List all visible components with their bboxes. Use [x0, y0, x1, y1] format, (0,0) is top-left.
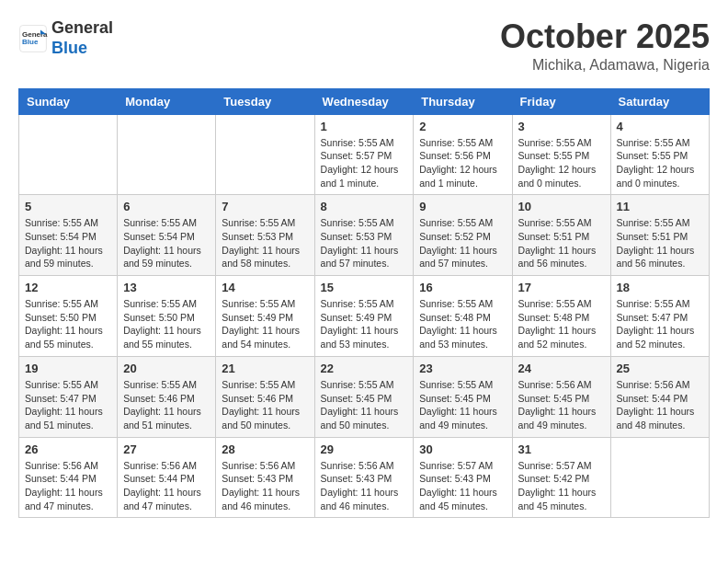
day-number: 14 — [222, 281, 308, 294]
day-info: Sunrise: 5:56 AMSunset: 5:44 PMDaylight:… — [25, 459, 111, 513]
day-info: Sunrise: 5:55 AMSunset: 5:56 PMDaylight:… — [419, 136, 506, 190]
calendar-cell — [118, 114, 216, 195]
day-info: Sunrise: 5:55 AMSunset: 5:50 PMDaylight:… — [25, 297, 111, 351]
day-number: 25 — [617, 362, 703, 375]
day-number: 30 — [419, 442, 506, 456]
calendar-cell: 8Sunrise: 5:55 AMSunset: 5:53 PMDaylight… — [314, 195, 414, 276]
day-info: Sunrise: 5:55 AMSunset: 5:48 PMDaylight:… — [518, 297, 605, 351]
day-number: 27 — [123, 442, 210, 456]
day-number: 21 — [222, 362, 308, 375]
calendar-cell: 31Sunrise: 5:57 AMSunset: 5:42 PMDayligh… — [512, 437, 610, 518]
column-header-monday: Monday — [118, 88, 216, 114]
svg-text:Blue: Blue — [22, 38, 39, 46]
day-info: Sunrise: 5:55 AMSunset: 5:46 PMDaylight:… — [222, 378, 308, 432]
calendar-cell: 6Sunrise: 5:55 AMSunset: 5:54 PMDaylight… — [118, 195, 216, 276]
day-number: 20 — [123, 362, 210, 375]
calendar-cell: 2Sunrise: 5:55 AMSunset: 5:56 PMDaylight… — [414, 114, 512, 195]
day-info: Sunrise: 5:55 AMSunset: 5:55 PMDaylight:… — [617, 136, 703, 190]
column-header-sunday: Sunday — [19, 88, 118, 114]
day-info: Sunrise: 5:55 AMSunset: 5:48 PMDaylight:… — [419, 297, 506, 351]
day-info: Sunrise: 5:56 AMSunset: 5:44 PMDaylight:… — [123, 459, 210, 513]
title-block: October 2025 Michika, Adamawa, Nigeria — [500, 18, 710, 74]
calendar-cell: 29Sunrise: 5:56 AMSunset: 5:43 PMDayligh… — [314, 437, 414, 518]
calendar-cell: 26Sunrise: 5:56 AMSunset: 5:44 PMDayligh… — [19, 437, 118, 518]
day-number: 7 — [222, 200, 308, 213]
calendar-cell: 7Sunrise: 5:55 AMSunset: 5:53 PMDaylight… — [216, 195, 314, 276]
day-info: Sunrise: 5:55 AMSunset: 5:45 PMDaylight:… — [321, 378, 408, 432]
calendar-cell: 30Sunrise: 5:57 AMSunset: 5:43 PMDayligh… — [414, 437, 512, 518]
calendar-week-5: 26Sunrise: 5:56 AMSunset: 5:44 PMDayligh… — [19, 437, 710, 518]
calendar-cell: 11Sunrise: 5:55 AMSunset: 5:51 PMDayligh… — [610, 195, 709, 276]
day-number: 3 — [518, 120, 605, 133]
day-number: 15 — [321, 281, 408, 294]
month-title: October 2025 — [500, 18, 710, 55]
calendar-cell: 21Sunrise: 5:55 AMSunset: 5:46 PMDayligh… — [216, 356, 314, 437]
day-info: Sunrise: 5:55 AMSunset: 5:49 PMDaylight:… — [222, 297, 308, 351]
day-number: 13 — [123, 281, 210, 294]
logo: General Blue General Blue — [18, 18, 113, 58]
page-header: General Blue General Blue October 2025 M… — [18, 18, 710, 74]
calendar-week-1: 1Sunrise: 5:55 AMSunset: 5:57 PMDaylight… — [19, 114, 710, 195]
calendar-cell — [216, 114, 314, 195]
day-number: 28 — [222, 442, 308, 456]
day-info: Sunrise: 5:55 AMSunset: 5:50 PMDaylight:… — [123, 297, 210, 351]
calendar-cell: 13Sunrise: 5:55 AMSunset: 5:50 PMDayligh… — [118, 276, 216, 357]
day-number: 9 — [419, 200, 506, 213]
day-info: Sunrise: 5:55 AMSunset: 5:57 PMDaylight:… — [321, 136, 408, 190]
day-info: Sunrise: 5:56 AMSunset: 5:45 PMDaylight:… — [518, 378, 605, 432]
calendar-cell: 3Sunrise: 5:55 AMSunset: 5:55 PMDaylight… — [512, 114, 610, 195]
calendar-cell: 27Sunrise: 5:56 AMSunset: 5:44 PMDayligh… — [118, 437, 216, 518]
calendar-cell: 15Sunrise: 5:55 AMSunset: 5:49 PMDayligh… — [314, 276, 414, 357]
column-header-friday: Friday — [512, 88, 610, 114]
day-info: Sunrise: 5:57 AMSunset: 5:42 PMDaylight:… — [518, 459, 605, 513]
day-info: Sunrise: 5:55 AMSunset: 5:53 PMDaylight:… — [321, 216, 408, 270]
day-number: 17 — [518, 281, 605, 294]
calendar-cell — [19, 114, 118, 195]
day-info: Sunrise: 5:57 AMSunset: 5:43 PMDaylight:… — [419, 459, 506, 513]
calendar-cell: 17Sunrise: 5:55 AMSunset: 5:48 PMDayligh… — [512, 276, 610, 357]
calendar-cell: 23Sunrise: 5:55 AMSunset: 5:45 PMDayligh… — [414, 356, 512, 437]
column-header-thursday: Thursday — [414, 88, 512, 114]
calendar-cell: 19Sunrise: 5:55 AMSunset: 5:47 PMDayligh… — [19, 356, 118, 437]
day-number: 10 — [518, 200, 605, 213]
day-number: 1 — [321, 120, 408, 133]
logo-icon: General Blue — [18, 24, 48, 53]
calendar-cell: 4Sunrise: 5:55 AMSunset: 5:55 PMDaylight… — [610, 114, 709, 195]
calendar-cell: 24Sunrise: 5:56 AMSunset: 5:45 PMDayligh… — [512, 356, 610, 437]
day-info: Sunrise: 5:55 AMSunset: 5:51 PMDaylight:… — [518, 216, 605, 270]
calendar-week-3: 12Sunrise: 5:55 AMSunset: 5:50 PMDayligh… — [19, 276, 710, 357]
calendar-cell: 10Sunrise: 5:55 AMSunset: 5:51 PMDayligh… — [512, 195, 610, 276]
column-header-tuesday: Tuesday — [216, 88, 314, 114]
day-info: Sunrise: 5:55 AMSunset: 5:47 PMDaylight:… — [617, 297, 703, 351]
location: Michika, Adamawa, Nigeria — [500, 57, 710, 74]
day-number: 6 — [123, 200, 210, 213]
calendar-table: SundayMondayTuesdayWednesdayThursdayFrid… — [18, 88, 710, 519]
calendar-cell: 16Sunrise: 5:55 AMSunset: 5:48 PMDayligh… — [414, 276, 512, 357]
calendar-cell: 25Sunrise: 5:56 AMSunset: 5:44 PMDayligh… — [610, 356, 709, 437]
calendar-cell: 28Sunrise: 5:56 AMSunset: 5:43 PMDayligh… — [216, 437, 314, 518]
day-number: 22 — [321, 362, 408, 375]
calendar-cell: 18Sunrise: 5:55 AMSunset: 5:47 PMDayligh… — [610, 276, 709, 357]
logo-general-text: General — [51, 18, 113, 37]
day-number: 23 — [419, 362, 506, 375]
day-info: Sunrise: 5:55 AMSunset: 5:49 PMDaylight:… — [321, 297, 408, 351]
day-number: 19 — [25, 362, 111, 375]
day-info: Sunrise: 5:55 AMSunset: 5:45 PMDaylight:… — [419, 378, 506, 432]
day-number: 2 — [419, 120, 506, 133]
day-info: Sunrise: 5:55 AMSunset: 5:47 PMDaylight:… — [25, 378, 111, 432]
day-number: 4 — [617, 120, 703, 133]
day-info: Sunrise: 5:56 AMSunset: 5:43 PMDaylight:… — [222, 459, 308, 513]
day-number: 29 — [321, 442, 408, 456]
day-info: Sunrise: 5:56 AMSunset: 5:43 PMDaylight:… — [321, 459, 408, 513]
day-number: 18 — [617, 281, 703, 294]
day-number: 8 — [321, 200, 408, 213]
column-header-saturday: Saturday — [610, 88, 709, 114]
day-info: Sunrise: 5:55 AMSunset: 5:54 PMDaylight:… — [25, 216, 111, 270]
day-info: Sunrise: 5:56 AMSunset: 5:44 PMDaylight:… — [617, 378, 703, 432]
calendar-week-2: 5Sunrise: 5:55 AMSunset: 5:54 PMDaylight… — [19, 195, 710, 276]
day-number: 16 — [419, 281, 506, 294]
calendar-header-row: SundayMondayTuesdayWednesdayThursdayFrid… — [19, 88, 710, 114]
logo-blue-text: Blue — [51, 39, 87, 57]
calendar-cell: 5Sunrise: 5:55 AMSunset: 5:54 PMDaylight… — [19, 195, 118, 276]
day-info: Sunrise: 5:55 AMSunset: 5:54 PMDaylight:… — [123, 216, 210, 270]
